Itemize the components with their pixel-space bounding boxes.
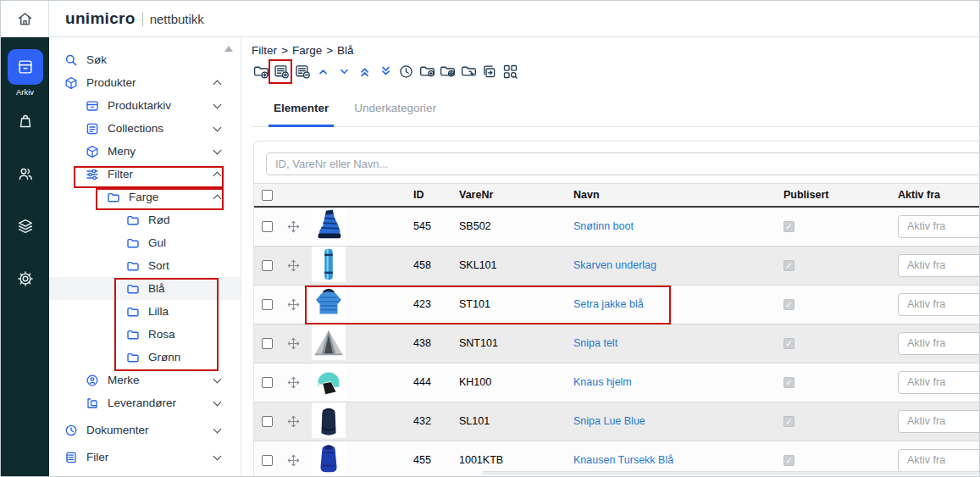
move-handle-icon[interactable]	[287, 298, 300, 311]
product-name-link[interactable]: Snipa telt	[573, 337, 617, 349]
col-header-aktiv-fra[interactable]: Aktiv fra	[879, 184, 979, 207]
chevron-icon	[213, 146, 222, 154]
product-name-link[interactable]: Snipa Lue Blue	[573, 415, 645, 427]
nav-item-produktarkiv[interactable]: Produktarkiv	[49, 94, 241, 117]
move-handle-icon[interactable]	[287, 415, 300, 428]
nav-item-farge[interactable]: Farge	[49, 186, 241, 208]
publisert-checkbox	[783, 377, 795, 388]
nav-item-rod[interactable]: Rød	[49, 208, 241, 231]
product-image[interactable]	[312, 441, 346, 477]
new-folder-button[interactable]	[418, 61, 436, 81]
breadcrumb-farge[interactable]: Farge	[292, 44, 322, 57]
search-input[interactable]	[266, 153, 979, 175]
product-image[interactable]	[312, 247, 346, 282]
nav-item-filter[interactable]: Filter	[49, 163, 241, 186]
aktiv-fra-input[interactable]	[898, 293, 979, 316]
folder-settings-button[interactable]	[439, 61, 457, 81]
col-header-publisert[interactable]: Publisert	[782, 184, 879, 207]
product-name-link[interactable]: Snøtinn boot	[573, 220, 634, 232]
row-checkbox[interactable]	[262, 221, 273, 232]
move-to-top-button[interactable]	[356, 61, 374, 81]
nav-item-label: Filer	[86, 451, 108, 463]
move-handle-icon[interactable]	[287, 376, 300, 389]
aktiv-fra-input[interactable]	[898, 254, 979, 277]
nav-item-filer[interactable]: Filer	[49, 446, 241, 469]
move-up-button[interactable]	[314, 61, 333, 81]
add-category-button[interactable]	[252, 61, 270, 81]
product-image[interactable]	[312, 208, 346, 243]
move-down-button[interactable]	[335, 61, 353, 81]
rail-item-users[interactable]	[8, 163, 43, 185]
rail-item-archive-box[interactable]: Arkiv	[8, 49, 43, 97]
history-button[interactable]	[397, 61, 416, 81]
product-image[interactable]	[312, 286, 346, 321]
rail-item-layers[interactable]	[8, 215, 43, 237]
aktiv-fra-input[interactable]	[898, 215, 979, 238]
row-checkbox[interactable]	[262, 416, 273, 427]
app-rail: Arkiv	[1, 37, 49, 476]
table-row-setra-jakke-bla: 423 ST101 Setra jakke blå	[254, 285, 979, 324]
nav-item-meny[interactable]: Meny	[49, 140, 241, 163]
col-header-id[interactable]: ID	[410, 184, 456, 207]
rail-icon-box	[8, 268, 43, 290]
rail-item-shopping-bag[interactable]	[8, 110, 43, 132]
rail-item-gear[interactable]	[8, 268, 43, 290]
aktiv-fra-input[interactable]	[898, 371, 979, 394]
nav-item-label: Rosa	[148, 328, 175, 341]
table-row-snotinn-boot: 545 SB502 Snøtinn boot	[254, 207, 979, 247]
row-checkbox[interactable]	[262, 299, 273, 310]
nav-list: Søk Produkter Produktarkiv Collections M…	[49, 48, 241, 469]
chevron-icon	[213, 452, 222, 460]
col-header-varenr[interactable]: VareNr	[456, 184, 570, 207]
aktiv-fra-input[interactable]	[898, 410, 979, 433]
nav-item-rosa[interactable]: Rosa	[49, 323, 241, 346]
aktiv-fra-input[interactable]	[898, 332, 979, 355]
move-to-bottom-button[interactable]	[376, 61, 395, 81]
horizontal-scrollbar[interactable]	[483, 471, 978, 475]
tab-underkategorier[interactable]: Underkategorier	[349, 102, 441, 126]
nav-item-produkter[interactable]: Produkter	[49, 71, 241, 94]
nav-item-sok[interactable]: Søk	[49, 48, 241, 71]
product-name-link[interactable]: Skarven underlag	[573, 259, 656, 271]
nav-item-sort[interactable]: Sort	[49, 254, 241, 277]
breadcrumb-bla[interactable]: Blå	[337, 44, 354, 57]
preview-grid-button[interactable]	[501, 61, 519, 81]
cell-id: 458	[410, 246, 456, 285]
move-handle-icon[interactable]	[287, 259, 300, 272]
nav-item-collections[interactable]: Collections	[49, 117, 241, 140]
remove-element-button[interactable]	[293, 61, 312, 81]
row-checkbox[interactable]	[262, 377, 273, 388]
row-checkbox[interactable]	[262, 455, 273, 466]
row-checkbox[interactable]	[262, 260, 273, 271]
home-button[interactable]	[1, 1, 49, 36]
product-image[interactable]	[312, 363, 346, 399]
product-image[interactable]	[312, 402, 346, 438]
product-name-link[interactable]: Setra jakke blå	[573, 298, 644, 310]
move-handle-icon[interactable]	[287, 220, 300, 233]
tab-elementer[interactable]: Elementer	[269, 102, 334, 127]
nav-item-lilla[interactable]: Lilla	[49, 300, 241, 323]
nav-item-leverandorer[interactable]: Leverandører	[49, 391, 241, 414]
select-all-checkbox[interactable]	[262, 190, 273, 201]
col-header-navn[interactable]: Navn	[570, 184, 782, 207]
add-element-button[interactable]	[273, 61, 291, 81]
publisert-checkbox	[783, 416, 795, 427]
nav-item-gronn[interactable]: Grønn	[49, 346, 241, 369]
product-image[interactable]	[312, 324, 346, 360]
product-name-link[interactable]: Knaus hjelm	[573, 376, 632, 388]
move-handle-icon[interactable]	[287, 337, 300, 350]
table-row-snipa-lue-blue: 432 SL101 Snipa Lue Blue	[254, 402, 979, 441]
duplicate-button[interactable]	[480, 61, 499, 81]
product-image-art	[312, 324, 346, 360]
nav-item-bla[interactable]: Blå	[49, 277, 241, 300]
move-handle-icon[interactable]	[287, 454, 300, 467]
move-to-folder-button[interactable]	[459, 61, 478, 81]
nav-item-merke[interactable]: Merke	[49, 369, 241, 391]
nav-item-dokumenter[interactable]: Dokumenter	[49, 419, 241, 441]
row-checkbox[interactable]	[262, 338, 273, 349]
nav-item-gul[interactable]: Gul	[49, 231, 241, 254]
cube-icon	[86, 145, 99, 158]
aktiv-fra-input[interactable]	[898, 449, 979, 472]
breadcrumb-filter[interactable]: Filter	[252, 44, 277, 57]
product-name-link[interactable]: Knausen Tursekk Blå	[573, 454, 673, 466]
